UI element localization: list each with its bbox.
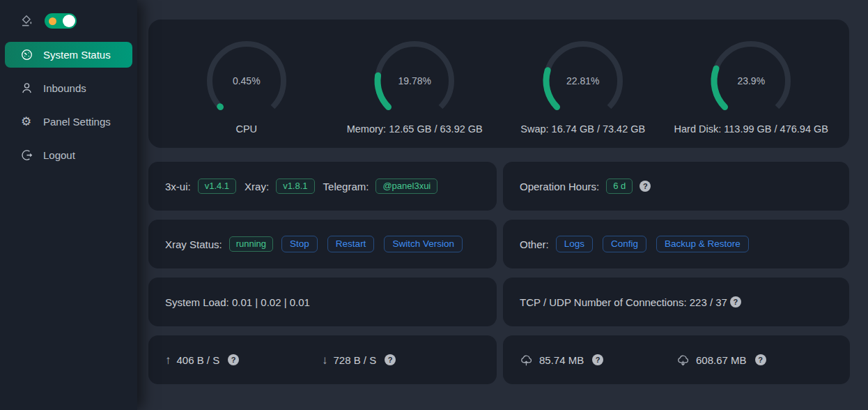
gauge-cpu: 0.45% CPU	[162, 20, 331, 148]
main-content: 0.45% CPU 19.78% Memory: 12.65 GB / 63.9…	[137, 0, 868, 410]
download-total: 608.67 MB ?	[676, 354, 833, 366]
gear-icon: ⚙	[21, 116, 33, 128]
upload-total-value: 85.74 MB	[539, 354, 584, 366]
question-circle-icon[interactable]: ?	[592, 354, 603, 365]
dark-mode-toggle[interactable]	[45, 13, 77, 29]
sidebar-item-label: Logout	[43, 149, 75, 161]
download-speed-value: 728 B / S	[334, 354, 377, 366]
system-gauges-card: 0.45% CPU 19.78% Memory: 12.65 GB / 63.9…	[148, 20, 849, 148]
toggle-knob	[63, 15, 75, 27]
dashboard-icon	[21, 49, 33, 61]
telegram-tag[interactable]: @panel3xui	[375, 179, 437, 194]
connections-card: TCP / UDP Number of Connections: 223 / 3…	[503, 278, 849, 326]
gauge-label: Hard Disk: 113.99 GB / 476.94 GB	[674, 123, 828, 135]
gauge-label: Memory: 12.65 GB / 63.92 GB	[347, 123, 483, 135]
upload-speed-value: 406 B / S	[177, 354, 220, 366]
gauge-swap: 22.81% Swap: 16.74 GB / 73.42 GB	[499, 20, 667, 148]
download-speed: ↓ 728 B / S ?	[322, 354, 479, 366]
sidebar-item-label: System Status	[43, 49, 111, 61]
question-circle-icon[interactable]: ?	[755, 354, 766, 365]
sidebar-item-logout[interactable]: Logout	[5, 142, 132, 168]
bg-colors-icon	[20, 15, 33, 27]
xray-status-label: Xray Status:	[165, 238, 222, 250]
operation-hours-tag: 6 d	[606, 179, 633, 194]
restart-button[interactable]: Restart	[327, 236, 375, 252]
gauge-value: 23.9%	[708, 75, 794, 86]
other-label: Other:	[520, 238, 549, 250]
network-speed-card: ↑ 406 B / S ? ↓ 728 B / S ?	[148, 335, 497, 384]
gauge-value: 19.78%	[371, 75, 458, 86]
question-circle-icon[interactable]: ?	[228, 354, 239, 365]
gauge-memory: 19.78% Memory: 12.65 GB / 63.92 GB	[331, 20, 499, 148]
sidebar-item-inbounds[interactable]: Inbounds	[5, 75, 132, 101]
other-actions-card: Other: Logs Config Backup & Restore	[503, 220, 849, 268]
upload-speed: ↑ 406 B / S ?	[165, 354, 322, 366]
person-icon	[21, 82, 33, 94]
network-total-card: 85.74 MB ? 608.67 MB ?	[503, 335, 850, 384]
3xui-version-tag: v1.4.1	[198, 179, 236, 194]
system-load-card: System Load: 0.01 | 0.02 | 0.01	[148, 278, 497, 326]
operation-hours-card: Operation Hours: 6 d ?	[503, 162, 849, 211]
switch-version-button[interactable]: Switch Version	[384, 236, 463, 252]
sidebar-item-system-status[interactable]: System Status	[5, 42, 132, 68]
gauge-hard-disk: 23.9% Hard Disk: 113.99 GB / 476.94 GB	[667, 20, 836, 148]
logout-icon	[21, 149, 33, 161]
arrow-up-icon: ↑	[165, 354, 171, 366]
xray-running-tag: running	[229, 236, 273, 252]
connections-text: TCP / UDP Number of Connections: 223 / 3…	[520, 296, 727, 308]
xray-version-tag: v1.8.1	[276, 179, 314, 194]
gauge-value: 0.45%	[203, 75, 290, 86]
sidebar-item-panel-settings[interactable]: ⚙ Panel Settings	[5, 109, 132, 135]
sun-icon	[49, 17, 56, 25]
xray-status-card: Xray Status: running Stop Restart Switch…	[148, 220, 497, 268]
config-button[interactable]: Config	[603, 236, 646, 252]
download-total-value: 608.67 MB	[696, 354, 747, 366]
sidebar-item-label: Inbounds	[43, 82, 86, 94]
cloud-download-icon	[676, 354, 690, 366]
cloud-upload-icon	[520, 354, 534, 366]
sidebar-menu: System Status Inbounds ⚙ Panel Settings	[0, 42, 137, 168]
theme-row	[0, 0, 137, 37]
arrow-down-icon: ↓	[322, 354, 328, 366]
operation-hours-label: Operation Hours:	[520, 181, 599, 192]
logs-button[interactable]: Logs	[556, 236, 593, 252]
system-load-text: System Load: 0.01 | 0.02 | 0.01	[165, 296, 310, 308]
3xui-label: 3x-ui:	[165, 181, 191, 192]
gauge-value: 22.81%	[540, 75, 626, 86]
backup-restore-button[interactable]: Backup & Restore	[656, 236, 749, 252]
telegram-label: Telegram:	[323, 181, 369, 192]
question-circle-icon[interactable]: ?	[385, 354, 396, 365]
question-circle-icon[interactable]: ?	[640, 181, 651, 192]
versions-card: 3x-ui: v1.4.1 Xray: v1.8.1 Telegram: @pa…	[148, 162, 497, 211]
gauge-label: Swap: 16.74 GB / 73.42 GB	[520, 123, 645, 135]
stop-button[interactable]: Stop	[281, 236, 318, 252]
question-circle-icon[interactable]: ?	[730, 296, 741, 308]
gauge-label: CPU	[235, 123, 257, 135]
xray-label: Xray:	[245, 181, 269, 192]
upload-total: 85.74 MB ?	[520, 354, 676, 366]
sidebar: System Status Inbounds ⚙ Panel Settings	[0, 0, 137, 410]
sidebar-item-label: Panel Settings	[43, 116, 111, 128]
